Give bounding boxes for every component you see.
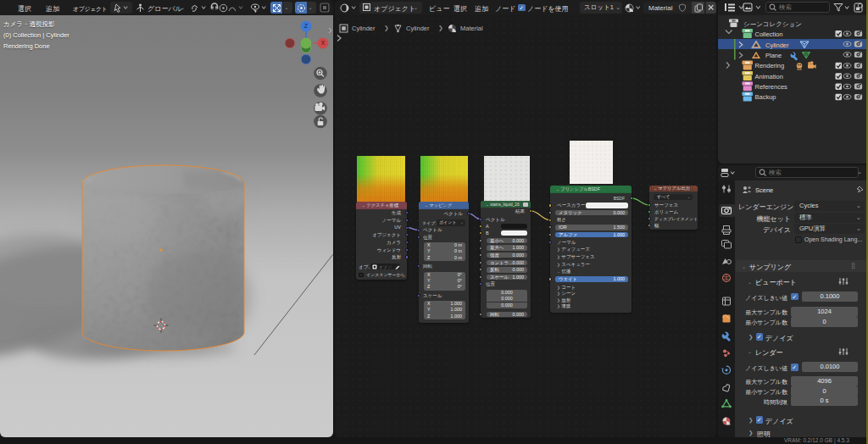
svg-text:References: References bbox=[755, 83, 788, 91]
svg-text:Plane: Plane bbox=[765, 52, 782, 59]
svg-text:Backup: Backup bbox=[755, 93, 776, 101]
svg-text:Z: Z bbox=[304, 23, 309, 29]
svg-text:シーンコレクション: シーンコレクション bbox=[743, 20, 802, 28]
svg-text:オブジ: オブジ bbox=[379, 264, 392, 269]
svg-text:Collection: Collection bbox=[755, 31, 783, 38]
svg-text:Rendering: Rendering bbox=[755, 62, 785, 69]
svg-text:Cylinder: Cylinder bbox=[765, 42, 789, 49]
svg-text:Animation: Animation bbox=[755, 73, 783, 80]
svg-text:X: X bbox=[321, 40, 326, 46]
